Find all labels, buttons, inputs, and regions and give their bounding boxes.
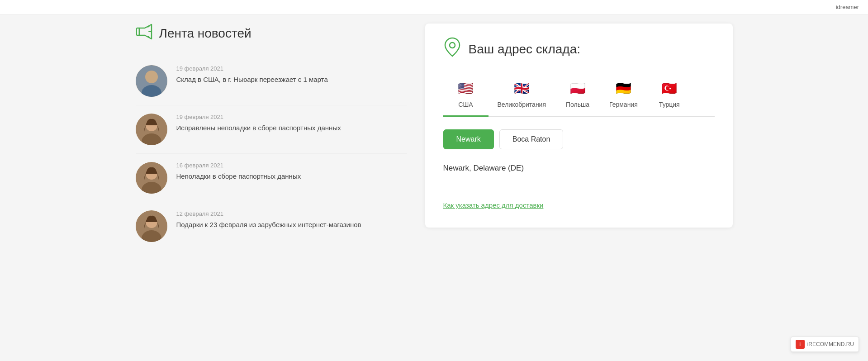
- svg-rect-4: [137, 28, 139, 35]
- irecommend-badge: i iRECOMMEND.RU: [791, 337, 859, 352]
- location-icon: [443, 37, 461, 61]
- city-button-newark[interactable]: Newark: [443, 129, 494, 149]
- news-content: 12 февраля 2021Подарки к 23 февраля из з…: [176, 210, 407, 230]
- country-name: Великобритания: [498, 101, 546, 108]
- news-date: 16 февраля 2021: [176, 162, 407, 169]
- city-buttons: NewarkBoca Raton: [443, 129, 715, 149]
- country-flag: 🇺🇸: [457, 79, 475, 97]
- news-list: 19 февраля 2021Склад в США, в г. Ньюарк …: [136, 57, 407, 250]
- news-text[interactable]: Подарки к 23 февраля из зарубежных интер…: [176, 220, 407, 230]
- warehouse-address: Newark, Delaware (DE): [443, 162, 715, 174]
- warehouse-title: Ваш адрес склада:: [469, 42, 581, 57]
- country-tab-турция[interactable]: 🇹🇷Турция: [647, 74, 692, 117]
- warehouse-panel: Ваш адрес склада: 🇺🇸США🇬🇧Великобритания🇵…: [425, 24, 733, 228]
- news-item: 19 февраля 2021Исправлены неполадки в сб…: [136, 105, 407, 154]
- news-content: 19 февраля 2021Исправлены неполадки в сб…: [176, 114, 407, 133]
- svg-point-9: [145, 71, 158, 83]
- megaphone-icon: [136, 24, 154, 43]
- avatar: [136, 210, 167, 242]
- irecommend-logo: i: [796, 340, 805, 349]
- country-name: США: [458, 101, 473, 108]
- news-text[interactable]: Склад в США, в г. Ньюарк переезжает с 1 …: [176, 75, 407, 85]
- news-text[interactable]: Исправлены неполадки в сборе паспортных …: [176, 123, 407, 133]
- main-layout: Лента новостей 19 февраля 2021Склад в СШ…: [118, 14, 751, 259]
- news-item: 16 февраля 2021Неполадки в сборе паспорт…: [136, 154, 407, 202]
- avatar: [136, 65, 167, 97]
- country-name: Германия: [609, 101, 638, 108]
- news-text[interactable]: Неполадки в сборе паспортных данных: [176, 171, 407, 182]
- news-item: 19 февраля 2021Склад в США, в г. Ньюарк …: [136, 57, 407, 105]
- country-tab-польша[interactable]: 🇵🇱Польша: [555, 74, 600, 117]
- news-feed-title: Лента новостей: [159, 26, 251, 41]
- news-date: 19 февраля 2021: [176, 65, 407, 72]
- news-date: 19 февраля 2021: [176, 114, 407, 120]
- country-flag: 🇩🇪: [614, 79, 632, 97]
- country-flag: 🇵🇱: [569, 79, 587, 97]
- news-title-row: Лента новостей: [136, 24, 407, 43]
- how-to-link[interactable]: Как указать адрес для доставки: [443, 201, 544, 209]
- news-date: 12 февраля 2021: [176, 210, 407, 217]
- top-bar: idreamer: [0, 0, 868, 14]
- country-flag: 🇬🇧: [512, 79, 531, 97]
- country-tab-германия[interactable]: 🇩🇪Германия: [600, 74, 647, 117]
- news-content: 16 февраля 2021Неполадки в сборе паспорт…: [176, 162, 407, 182]
- city-button-boca raton[interactable]: Boca Raton: [499, 129, 564, 149]
- news-content: 19 февраля 2021Склад в США, в г. Ньюарк …: [176, 65, 407, 85]
- country-name: Турция: [659, 101, 680, 108]
- svg-point-20: [450, 43, 455, 48]
- avatar: [136, 162, 167, 194]
- country-name: Польша: [566, 101, 589, 108]
- news-item: 12 февраля 2021Подарки к 23 февраля из з…: [136, 202, 407, 250]
- username: idreamer: [836, 4, 859, 10]
- country-tab-сша[interactable]: 🇺🇸США: [443, 74, 489, 117]
- country-tab-великобритания[interactable]: 🇬🇧Великобритания: [489, 74, 555, 117]
- avatar: [136, 114, 167, 145]
- warehouse-header: Ваш адрес склада:: [443, 37, 715, 61]
- country-tabs: 🇺🇸США🇬🇧Великобритания🇵🇱Польша🇩🇪Германия🇹…: [443, 74, 715, 117]
- address-text: Newark, Delaware (DE): [443, 164, 524, 172]
- country-flag: 🇹🇷: [660, 79, 678, 97]
- news-panel: Лента новостей 19 февраля 2021Склад в СШ…: [136, 24, 407, 250]
- irecommend-text: iRECOMMEND.RU: [807, 341, 854, 347]
